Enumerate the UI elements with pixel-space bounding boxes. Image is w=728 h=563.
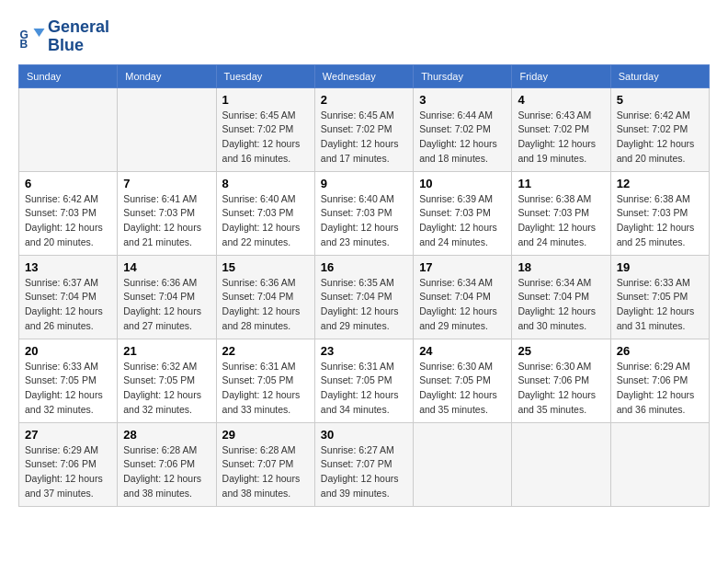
day-info: Sunrise: 6:41 AM Sunset: 7:03 PM Dayligh…: [123, 192, 210, 250]
weekday-header: Sunday: [19, 64, 118, 87]
weekday-header: Saturday: [610, 64, 709, 87]
calendar-day-cell: 25Sunrise: 6:30 AM Sunset: 7:06 PM Dayli…: [512, 339, 610, 422]
calendar-day-cell: 21Sunrise: 6:32 AM Sunset: 7:05 PM Dayli…: [118, 339, 216, 422]
day-info: Sunrise: 6:38 AM Sunset: 7:03 PM Dayligh…: [617, 192, 703, 250]
calendar-week-row: 27Sunrise: 6:29 AM Sunset: 7:06 PM Dayli…: [19, 422, 710, 506]
day-number: 30: [321, 428, 407, 442]
day-info: Sunrise: 6:29 AM Sunset: 7:06 PM Dayligh…: [25, 443, 111, 501]
calendar-day-cell: [414, 422, 512, 506]
calendar-day-cell: 5Sunrise: 6:42 AM Sunset: 7:02 PM Daylig…: [610, 87, 709, 171]
day-info: Sunrise: 6:45 AM Sunset: 7:02 PM Dayligh…: [222, 109, 309, 167]
day-info: Sunrise: 6:36 AM Sunset: 7:04 PM Dayligh…: [123, 276, 210, 334]
day-info: Sunrise: 6:30 AM Sunset: 7:06 PM Dayligh…: [518, 360, 604, 418]
calendar-day-cell: 28Sunrise: 6:28 AM Sunset: 7:06 PM Dayli…: [118, 422, 216, 506]
calendar-day-cell: 23Sunrise: 6:31 AM Sunset: 7:05 PM Dayli…: [314, 339, 413, 422]
day-info: Sunrise: 6:34 AM Sunset: 7:04 PM Dayligh…: [419, 276, 506, 334]
day-number: 10: [419, 177, 506, 190]
day-number: 23: [321, 344, 407, 358]
day-number: 21: [123, 344, 210, 358]
calendar-day-cell: 2Sunrise: 6:45 AM Sunset: 7:02 PM Daylig…: [314, 87, 413, 171]
calendar-day-cell: 24Sunrise: 6:30 AM Sunset: 7:05 PM Dayli…: [414, 339, 512, 422]
day-info: Sunrise: 6:33 AM Sunset: 7:05 PM Dayligh…: [25, 360, 111, 418]
day-number: 12: [617, 177, 703, 190]
day-number: 11: [518, 177, 604, 190]
calendar-day-cell: 13Sunrise: 6:37 AM Sunset: 7:04 PM Dayli…: [19, 255, 118, 339]
calendar-day-cell: 6Sunrise: 6:42 AM Sunset: 7:03 PM Daylig…: [19, 171, 118, 255]
calendar-week-row: 6Sunrise: 6:42 AM Sunset: 7:03 PM Daylig…: [19, 171, 710, 255]
calendar-day-cell: 20Sunrise: 6:33 AM Sunset: 7:05 PM Dayli…: [19, 339, 118, 422]
day-number: 20: [25, 344, 111, 358]
day-info: Sunrise: 6:29 AM Sunset: 7:06 PM Dayligh…: [617, 360, 703, 418]
day-info: Sunrise: 6:34 AM Sunset: 7:04 PM Dayligh…: [518, 276, 604, 334]
day-number: 4: [518, 93, 604, 107]
day-number: 25: [518, 344, 604, 358]
logo-icon: G B: [18, 23, 46, 51]
calendar-day-cell: 14Sunrise: 6:36 AM Sunset: 7:04 PM Dayli…: [118, 255, 216, 339]
day-info: Sunrise: 6:30 AM Sunset: 7:05 PM Dayligh…: [419, 360, 506, 418]
day-number: 19: [617, 260, 703, 274]
calendar-day-cell: 19Sunrise: 6:33 AM Sunset: 7:05 PM Dayli…: [610, 255, 709, 339]
day-info: Sunrise: 6:40 AM Sunset: 7:03 PM Dayligh…: [321, 192, 407, 250]
day-number: 17: [419, 260, 506, 274]
weekday-header: Tuesday: [216, 64, 314, 87]
weekday-header: Thursday: [414, 64, 512, 87]
calendar-day-cell: 10Sunrise: 6:39 AM Sunset: 7:03 PM Dayli…: [414, 171, 512, 255]
page-header: G B General Blue: [18, 18, 710, 55]
calendar-day-cell: 29Sunrise: 6:28 AM Sunset: 7:07 PM Dayli…: [216, 422, 314, 506]
day-info: Sunrise: 6:28 AM Sunset: 7:06 PM Dayligh…: [123, 443, 210, 501]
logo: G B General Blue: [18, 18, 109, 55]
calendar-table: SundayMondayTuesdayWednesdayThursdayFrid…: [18, 64, 710, 507]
day-info: Sunrise: 6:38 AM Sunset: 7:03 PM Dayligh…: [518, 192, 604, 250]
calendar-week-row: 13Sunrise: 6:37 AM Sunset: 7:04 PM Dayli…: [19, 255, 710, 339]
day-number: 16: [321, 260, 407, 274]
calendar-day-cell: 1Sunrise: 6:45 AM Sunset: 7:02 PM Daylig…: [216, 87, 314, 171]
weekday-header: Wednesday: [314, 64, 413, 87]
day-number: 14: [123, 260, 210, 274]
svg-text:B: B: [20, 38, 28, 51]
day-number: 24: [419, 344, 506, 358]
calendar-day-cell: 26Sunrise: 6:29 AM Sunset: 7:06 PM Dayli…: [610, 339, 709, 422]
calendar-day-cell: 17Sunrise: 6:34 AM Sunset: 7:04 PM Dayli…: [414, 255, 512, 339]
day-number: 2: [321, 93, 407, 107]
day-info: Sunrise: 6:45 AM Sunset: 7:02 PM Dayligh…: [321, 109, 407, 167]
calendar-day-cell: 22Sunrise: 6:31 AM Sunset: 7:05 PM Dayli…: [216, 339, 314, 422]
day-number: 6: [25, 177, 111, 190]
day-info: Sunrise: 6:39 AM Sunset: 7:03 PM Dayligh…: [419, 192, 506, 250]
calendar-day-cell: [118, 87, 216, 171]
calendar-day-cell: 12Sunrise: 6:38 AM Sunset: 7:03 PM Dayli…: [610, 171, 709, 255]
day-number: 15: [222, 260, 309, 274]
day-number: 22: [222, 344, 309, 358]
weekday-header-row: SundayMondayTuesdayWednesdayThursdayFrid…: [19, 64, 710, 87]
calendar-day-cell: 8Sunrise: 6:40 AM Sunset: 7:03 PM Daylig…: [216, 171, 314, 255]
day-number: 18: [518, 260, 604, 274]
calendar-day-cell: 7Sunrise: 6:41 AM Sunset: 7:03 PM Daylig…: [118, 171, 216, 255]
calendar-day-cell: 4Sunrise: 6:43 AM Sunset: 7:02 PM Daylig…: [512, 87, 610, 171]
day-number: 3: [419, 93, 506, 107]
weekday-header: Friday: [512, 64, 610, 87]
day-number: 26: [617, 344, 703, 358]
calendar-day-cell: 16Sunrise: 6:35 AM Sunset: 7:04 PM Dayli…: [314, 255, 413, 339]
day-info: Sunrise: 6:42 AM Sunset: 7:03 PM Dayligh…: [25, 192, 111, 250]
calendar-week-row: 20Sunrise: 6:33 AM Sunset: 7:05 PM Dayli…: [19, 339, 710, 422]
calendar-day-cell: 27Sunrise: 6:29 AM Sunset: 7:06 PM Dayli…: [19, 422, 118, 506]
logo-name: General Blue: [48, 18, 109, 55]
day-info: Sunrise: 6:31 AM Sunset: 7:05 PM Dayligh…: [222, 360, 309, 418]
day-info: Sunrise: 6:31 AM Sunset: 7:05 PM Dayligh…: [321, 360, 407, 418]
day-info: Sunrise: 6:27 AM Sunset: 7:07 PM Dayligh…: [321, 443, 407, 501]
day-number: 1: [222, 93, 309, 107]
calendar-week-row: 1Sunrise: 6:45 AM Sunset: 7:02 PM Daylig…: [19, 87, 710, 171]
calendar-day-cell: 15Sunrise: 6:36 AM Sunset: 7:04 PM Dayli…: [216, 255, 314, 339]
day-number: 7: [123, 177, 210, 190]
calendar-day-cell: 3Sunrise: 6:44 AM Sunset: 7:02 PM Daylig…: [414, 87, 512, 171]
day-info: Sunrise: 6:40 AM Sunset: 7:03 PM Dayligh…: [222, 192, 309, 250]
day-number: 8: [222, 177, 309, 190]
day-info: Sunrise: 6:36 AM Sunset: 7:04 PM Dayligh…: [222, 276, 309, 334]
day-number: 9: [321, 177, 407, 190]
calendar-day-cell: [512, 422, 610, 506]
day-info: Sunrise: 6:28 AM Sunset: 7:07 PM Dayligh…: [222, 443, 309, 501]
day-info: Sunrise: 6:37 AM Sunset: 7:04 PM Dayligh…: [25, 276, 111, 334]
calendar-day-cell: [610, 422, 709, 506]
day-info: Sunrise: 6:35 AM Sunset: 7:04 PM Dayligh…: [321, 276, 407, 334]
weekday-header: Monday: [118, 64, 216, 87]
svg-marker-1: [34, 29, 45, 37]
